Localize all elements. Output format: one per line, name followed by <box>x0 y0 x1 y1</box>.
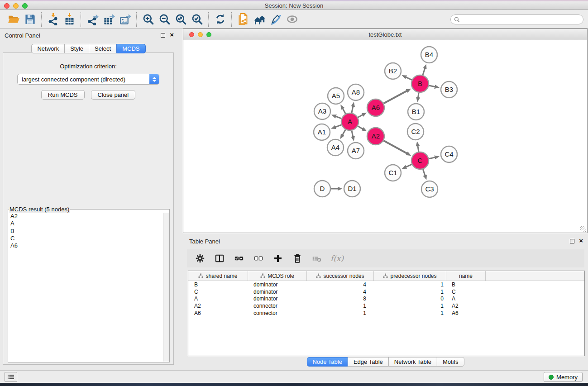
graph-edge-A-A3[interactable] <box>335 116 341 119</box>
graph-edge-A6-B[interactable] <box>384 91 407 103</box>
export-image-button[interactable] <box>117 12 133 27</box>
graph-edge-B-B1[interactable] <box>418 93 419 98</box>
table-cell[interactable]: 1 <box>374 310 446 316</box>
tab-style[interactable]: Style <box>64 44 89 53</box>
table-cell[interactable]: 1 <box>307 303 374 309</box>
memory-button[interactable]: Memory <box>544 372 583 382</box>
graph-edge-A-A4[interactable] <box>342 129 345 135</box>
function-builder-label[interactable]: f(x) <box>330 254 344 263</box>
graph-edge-B-B4[interactable] <box>423 68 425 75</box>
column-header-predecessor-nodes[interactable]: predecessor nodes <box>374 271 446 281</box>
table-row[interactable]: Cdominator41C <box>188 288 584 295</box>
table-cell[interactable]: B <box>188 281 248 288</box>
table-cell[interactable]: A6 <box>188 310 248 316</box>
tab-network-table[interactable]: Network Table <box>388 357 437 367</box>
table-cell[interactable]: 1 <box>374 303 446 309</box>
close-table-panel-icon[interactable]: × <box>579 237 583 245</box>
graph-edge-A-A8[interactable] <box>352 106 353 113</box>
search-input[interactable] <box>462 15 583 24</box>
column-header-mcds-role[interactable]: MCDS role <box>248 271 307 281</box>
tab-select[interactable]: Select <box>89 44 117 53</box>
table-row[interactable]: Bdominator41B <box>188 281 584 288</box>
table-cell[interactable]: 4 <box>307 281 374 288</box>
table-cell[interactable]: C <box>446 289 486 295</box>
annotations-toggle-button[interactable] <box>268 12 284 27</box>
result-list-item[interactable]: A <box>9 220 163 227</box>
delete-table-button-disabled[interactable] <box>311 253 323 264</box>
result-list-item[interactable]: C <box>9 235 163 242</box>
table-cell[interactable]: A6 <box>446 310 486 316</box>
zoom-in-button[interactable] <box>140 12 156 27</box>
network-canvas-area[interactable]: B4B2BB3A5A8A6B1A3AA1C2A4A7A2C4CC1C3DD1 <box>184 40 587 232</box>
graph-edge-A-A6[interactable] <box>358 114 363 117</box>
result-list-item[interactable]: A6 <box>9 242 163 249</box>
float-table-panel-icon[interactable] <box>570 239 574 243</box>
result-list-item[interactable]: A2 <box>9 213 163 220</box>
table-mode-button[interactable] <box>194 253 206 264</box>
graph-edge-A-A5[interactable] <box>343 108 346 114</box>
graph-edge-C-C3[interactable] <box>423 169 425 176</box>
graph-edge-C-C1[interactable] <box>406 164 411 167</box>
network-graph[interactable]: B4B2BB3A5A8A6B1A3AA1C2A4A7A2C4CC1C3DD1 <box>184 40 588 233</box>
column-header-name[interactable]: name <box>446 271 486 281</box>
graph-edge-B-B2[interactable] <box>406 77 412 80</box>
table-cell[interactable]: dominator <box>248 289 307 295</box>
tab-node-table[interactable]: Node Table <box>306 357 348 367</box>
table-cell[interactable]: A <box>446 295 486 302</box>
table-cell[interactable]: connector <box>248 303 307 309</box>
column-header-successor-nodes[interactable]: successor nodes <box>307 271 374 281</box>
table-cell[interactable]: dominator <box>248 281 307 288</box>
save-session-button[interactable] <box>22 12 38 27</box>
graph-edge-A-A7[interactable] <box>352 131 353 137</box>
zoom-out-button[interactable] <box>156 12 172 27</box>
table-cell[interactable]: 1 <box>374 281 446 288</box>
graph-edge-A-A1[interactable] <box>335 125 341 127</box>
export-table-button[interactable] <box>100 12 117 27</box>
show-columns-button[interactable] <box>214 253 225 264</box>
table-cell[interactable]: 0 <box>374 295 446 302</box>
criterion-dropdown[interactable]: largest connected component (directed) <box>17 74 159 85</box>
close-panel-icon[interactable]: × <box>170 31 174 39</box>
tab-motifs[interactable]: Motifs <box>437 357 464 367</box>
tab-edge-table[interactable]: Edge Table <box>348 357 389 367</box>
table-cell[interactable]: A <box>188 295 248 302</box>
table-cell[interactable]: A2 <box>446 303 486 309</box>
add-column-button[interactable] <box>272 253 284 264</box>
table-cell[interactable]: 8 <box>307 295 374 302</box>
table-row[interactable]: A2connector11A2 <box>188 302 584 310</box>
result-scrollbar[interactable] <box>163 213 169 362</box>
table-cell[interactable]: B <box>446 281 486 288</box>
graph-edge-C-C4[interactable] <box>429 157 435 159</box>
table-cell[interactable]: 1 <box>307 310 374 316</box>
hide-details-button[interactable] <box>284 12 300 27</box>
deselect-all-button[interactable] <box>253 253 264 264</box>
table-cell[interactable]: dominator <box>248 295 307 302</box>
delete-columns-button[interactable] <box>292 253 303 264</box>
tab-network[interactable]: Network <box>31 44 65 53</box>
open-session-button[interactable] <box>5 12 22 27</box>
table-cell[interactable]: A2 <box>188 303 248 309</box>
tab-mcds[interactable]: MCDS <box>116 44 145 53</box>
export-network-button[interactable] <box>84 12 100 27</box>
table-cell[interactable]: 4 <box>307 289 374 295</box>
search-field[interactable] <box>450 14 583 24</box>
table-row[interactable]: A6connector11A6 <box>188 310 584 317</box>
graph-edge-A2-C[interactable] <box>384 141 407 154</box>
graph-edge-B-B3[interactable] <box>429 86 435 87</box>
select-all-button[interactable] <box>233 253 245 264</box>
graph-edge-C-C2[interactable] <box>418 146 419 152</box>
import-table-button[interactable] <box>61 12 77 27</box>
home-button[interactable] <box>251 12 268 27</box>
graph-edge-A-A2[interactable] <box>358 126 363 129</box>
run-mcds-button[interactable]: Run MCDS <box>41 90 85 100</box>
float-panel-icon[interactable] <box>161 33 165 38</box>
refresh-button[interactable] <box>212 12 228 27</box>
table-row[interactable]: Adominator80A <box>188 295 584 303</box>
table-cell[interactable]: connector <box>248 310 307 316</box>
zoom-selected-button[interactable] <box>189 12 205 27</box>
result-list-item[interactable]: B <box>9 228 163 235</box>
close-panel-button[interactable]: Close panel <box>91 90 136 100</box>
table-cell[interactable]: C <box>188 289 248 295</box>
network-from-file-button[interactable] <box>235 12 251 27</box>
import-network-button[interactable] <box>45 12 61 27</box>
